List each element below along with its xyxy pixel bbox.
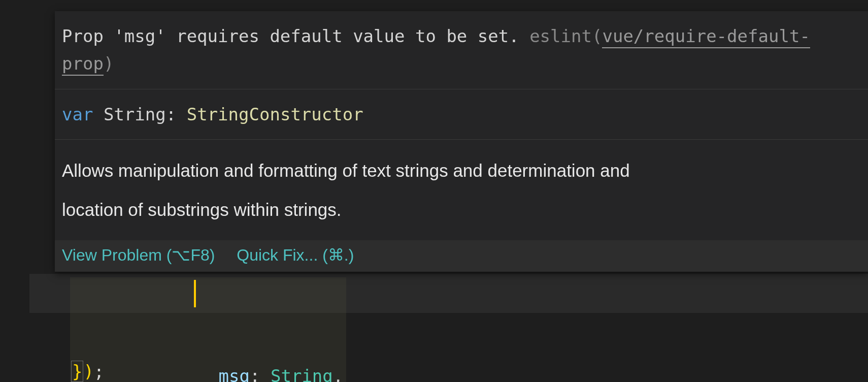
view-problem-action[interactable]: View Problem (⌥F8) [62,246,215,264]
gutter [0,0,14,382]
code-line-msg[interactable]: msg: String, [29,274,868,313]
hover-type-signature: var String: StringConstructor [55,89,868,140]
code-line: </h> [29,0,868,5]
hover-diagnostic: Prop 'msg' requires default value to be … [55,11,868,89]
doc-line: location of substrings within strings. [62,190,861,229]
prop-label: msg [219,366,250,382]
diagnostic-message: Prop 'msg' requires default value to be … [62,26,529,46]
code-line: }); [29,313,868,352]
prop-type: String [271,366,333,382]
hover-action-bar: View Problem (⌥F8) Quick Fix... (⌘.) [55,240,868,272]
hover-documentation: Allows manipulation and formatting of te… [55,140,868,240]
diagnostic-source: eslint [529,26,592,46]
editor-hover-popup: Prop 'msg' requires default value to be … [55,11,868,272]
quick-fix-action[interactable]: Quick Fix... (⌘.) [237,246,354,264]
text-cursor [194,280,196,307]
doc-line: Allows manipulation and formatting of te… [62,151,861,190]
